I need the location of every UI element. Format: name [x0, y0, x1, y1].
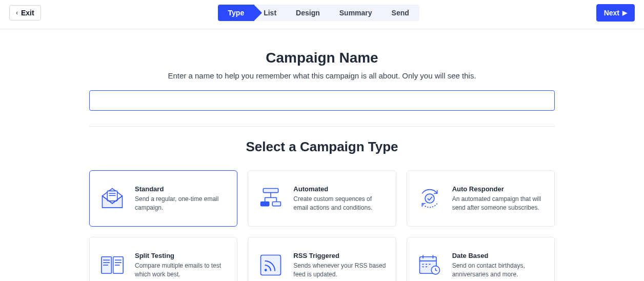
svg-point-21	[265, 269, 267, 271]
card-desc: Compare multiple emails to test which wo…	[135, 262, 228, 278]
refresh-check-icon	[416, 185, 443, 212]
card-desc: Send on contact birthdays, anniversaries…	[452, 262, 545, 278]
calendar-clock-icon	[416, 252, 443, 278]
step-label: Design	[296, 9, 320, 17]
campaign-type-date-based[interactable]: Date Based Send on contact birthdays, an…	[407, 237, 555, 281]
campaign-type-rss-triggered[interactable]: RSS Triggered Sends whenever your RSS ba…	[248, 237, 396, 281]
campaign-type-split-testing[interactable]: Split Testing Compare multiple emails to…	[89, 237, 237, 281]
campaign-type-auto-responder[interactable]: Auto Responder An automated campaign tha…	[407, 170, 555, 227]
ab-test-icon	[99, 252, 126, 278]
card-desc: An automated campaign that will send aft…	[452, 195, 545, 211]
svg-rect-4	[264, 189, 278, 193]
svg-rect-9	[261, 202, 269, 206]
campaign-type-grid: Standard Send a regular, one-time email …	[89, 170, 555, 281]
step-design[interactable]: Design	[281, 5, 330, 21]
wizard-stepper: Type List Design Summary Send	[218, 5, 419, 21]
step-summary[interactable]: Summary	[325, 5, 383, 21]
chevron-left-icon: ‹	[16, 9, 18, 16]
divider	[89, 126, 555, 127]
page-subtitle: Enter a name to help you remember what t…	[89, 71, 555, 80]
exit-button[interactable]: ‹ Exit	[9, 5, 41, 21]
card-title: Split Testing	[135, 252, 228, 259]
card-title: RSS Triggered	[293, 252, 386, 259]
card-desc: Create custom sequences of email actions…	[293, 195, 386, 211]
section-title: Select a Campaign Type	[89, 139, 555, 155]
step-label: Summary	[339, 9, 372, 17]
exit-button-label: Exit	[21, 9, 34, 17]
step-label: Type	[228, 9, 245, 17]
campaign-type-standard[interactable]: Standard Send a regular, one-time email …	[89, 170, 237, 227]
card-title: Automated	[293, 185, 386, 193]
step-label: Send	[392, 9, 409, 17]
page-title: Campaign Name	[89, 50, 555, 66]
card-desc: Send a regular, one-time email campaign.	[135, 195, 228, 211]
card-title: Auto Responder	[452, 185, 545, 193]
step-label: List	[264, 9, 276, 17]
campaign-name-input[interactable]	[89, 90, 555, 111]
chevron-right-icon: ▶	[622, 9, 627, 16]
step-send[interactable]: Send	[377, 5, 419, 21]
campaign-type-automated[interactable]: Automated Create custom sequences of ema…	[248, 170, 396, 227]
envelope-icon	[99, 185, 126, 212]
workflow-icon	[257, 185, 284, 212]
rss-icon	[257, 252, 284, 278]
next-button[interactable]: Next ▶	[596, 4, 635, 22]
card-title: Standard	[135, 185, 228, 193]
svg-point-11	[425, 194, 434, 203]
svg-rect-20	[261, 255, 281, 275]
svg-rect-10	[273, 202, 281, 206]
step-type[interactable]: Type	[218, 5, 255, 21]
next-button-label: Next	[604, 9, 619, 17]
card-desc: Sends whenever your RSS based feed is up…	[293, 262, 386, 278]
main-content: Campaign Name Enter a name to help you r…	[89, 29, 555, 281]
topbar: ‹ Exit Type List Design Summary Send Nex…	[0, 0, 644, 29]
card-title: Date Based	[452, 252, 545, 259]
